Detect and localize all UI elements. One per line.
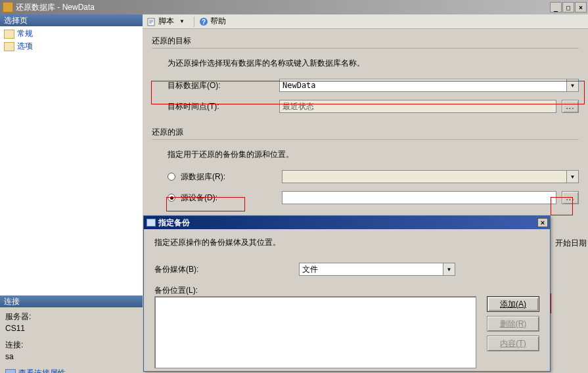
source-device-ellipsis-button[interactable]: ... bbox=[562, 191, 579, 204]
dest-instruction: 为还原操作选择现有数据库的名称或键入新数据库名称。 bbox=[168, 58, 579, 69]
specify-backup-dialog: 指定备份 × 指定还原操作的备份媒体及其位置。 备份媒体(B): 文件 ▼ 备份… bbox=[143, 215, 551, 372]
target-db-label: 目标数据库(O): bbox=[168, 80, 279, 91]
help-icon: ? bbox=[198, 16, 209, 27]
remove-button: 删除(R) bbox=[487, 316, 539, 332]
source-instruction: 指定用于还原的备份集的源和位置。 bbox=[168, 149, 579, 160]
source-db-radio-row: 源数据库(R): ▼ bbox=[168, 169, 579, 184]
dialog-title: 指定备份 bbox=[158, 217, 537, 229]
nav-item-general[interactable]: 常规 bbox=[0, 28, 143, 40]
dialog-body: 指定还原操作的备份媒体及其位置。 备份媒体(B): 文件 ▼ 备份位置(L): bbox=[144, 229, 550, 307]
source-db-radio-label: 源数据库(R): bbox=[181, 171, 282, 183]
dialog-button-stack: 添加(A) 删除(R) 内容(T) bbox=[487, 296, 539, 351]
server-value: CS11 bbox=[5, 324, 137, 333]
backup-location-listbox[interactable] bbox=[154, 296, 476, 368]
backup-location-label: 备份位置(L): bbox=[154, 285, 299, 296]
app-icon bbox=[3, 2, 13, 12]
toolbar: 脚本 ▼ ? 帮助 bbox=[143, 14, 588, 29]
dialog-titlebar: 指定备份 × bbox=[144, 216, 550, 229]
left-pane: 选择页 常规 选项 连接 服务器: CS11 连接: sa 查看连接属性 bbox=[0, 14, 143, 373]
nav-list: 常规 选项 bbox=[0, 26, 143, 296]
connection-header: 连接 bbox=[0, 296, 143, 307]
dialog-close-button[interactable]: × bbox=[537, 218, 548, 227]
connection-props-icon bbox=[5, 369, 16, 374]
nav-item-options[interactable]: 选项 bbox=[0, 40, 143, 53]
window-title: 还原数据库 - NewData bbox=[16, 2, 549, 13]
connection-panel: 服务器: CS11 连接: sa 查看连接属性 bbox=[0, 307, 143, 373]
toolbar-separator bbox=[194, 16, 194, 27]
close-button[interactable]: × bbox=[575, 2, 587, 12]
source-device-input[interactable] bbox=[282, 191, 556, 204]
help-button[interactable]: 帮助 bbox=[210, 16, 226, 27]
backup-media-label: 备份媒体(B): bbox=[154, 264, 299, 275]
target-db-dropdown-button[interactable]: ▼ bbox=[567, 79, 579, 92]
target-db-row: 目标数据库(O): NewData ▼ bbox=[168, 78, 579, 93]
contents-button: 内容(T) bbox=[487, 336, 539, 351]
minimize-button[interactable]: _ bbox=[550, 2, 562, 12]
source-device-radio-label: 源设备(D): bbox=[181, 192, 282, 204]
backup-media-dropdown-button[interactable]: ▼ bbox=[443, 263, 455, 276]
group-separator bbox=[152, 48, 579, 49]
target-time-display: 最近状态 bbox=[279, 100, 556, 113]
page-icon bbox=[4, 30, 14, 39]
dest-group-title: 还原的目标 bbox=[152, 35, 579, 47]
add-button[interactable]: 添加(A) bbox=[487, 296, 539, 312]
source-db-radio[interactable] bbox=[168, 173, 175, 181]
view-connection-props-link[interactable]: 查看连接属性 bbox=[18, 368, 66, 373]
target-time-row: 目标时间点(T): 最近状态 ... bbox=[168, 99, 579, 114]
target-db-combobox[interactable]: NewData bbox=[279, 79, 567, 92]
group-separator bbox=[152, 139, 579, 140]
connection-value: sa bbox=[5, 352, 137, 361]
source-db-combobox bbox=[282, 170, 567, 183]
window-titlebar: 还原数据库 - NewData _ □ × bbox=[0, 0, 588, 14]
column-header-fragment: 开始日期 bbox=[555, 238, 587, 249]
nav-item-label: 常规 bbox=[17, 28, 33, 39]
source-db-dropdown-button: ▼ bbox=[567, 170, 579, 183]
source-device-radio[interactable] bbox=[168, 194, 175, 202]
maximize-button[interactable]: □ bbox=[562, 2, 574, 12]
source-group-title: 还原的源 bbox=[152, 127, 579, 138]
script-icon bbox=[147, 16, 157, 27]
source-device-radio-row: 源设备(D): ... bbox=[168, 190, 579, 205]
backup-media-combobox[interactable]: 文件 bbox=[299, 263, 443, 276]
nav-item-label: 选项 bbox=[17, 41, 33, 52]
server-label: 服务器: bbox=[5, 311, 137, 322]
page-icon bbox=[4, 42, 14, 51]
backup-location-row: 备份位置(L): bbox=[154, 285, 539, 296]
svg-text:?: ? bbox=[202, 18, 206, 26]
target-time-label: 目标时间点(T): bbox=[168, 101, 279, 112]
script-dropdown-icon[interactable]: ▼ bbox=[179, 18, 185, 24]
dialog-icon bbox=[147, 219, 156, 227]
select-page-header: 选择页 bbox=[0, 14, 143, 26]
connection-label: 连接: bbox=[5, 340, 137, 351]
script-button[interactable]: 脚本 bbox=[158, 16, 174, 27]
backup-media-row: 备份媒体(B): 文件 ▼ bbox=[154, 263, 539, 276]
target-time-ellipsis-button[interactable]: ... bbox=[562, 100, 579, 113]
dialog-instruction: 指定还原操作的备份媒体及其位置。 bbox=[154, 237, 539, 248]
